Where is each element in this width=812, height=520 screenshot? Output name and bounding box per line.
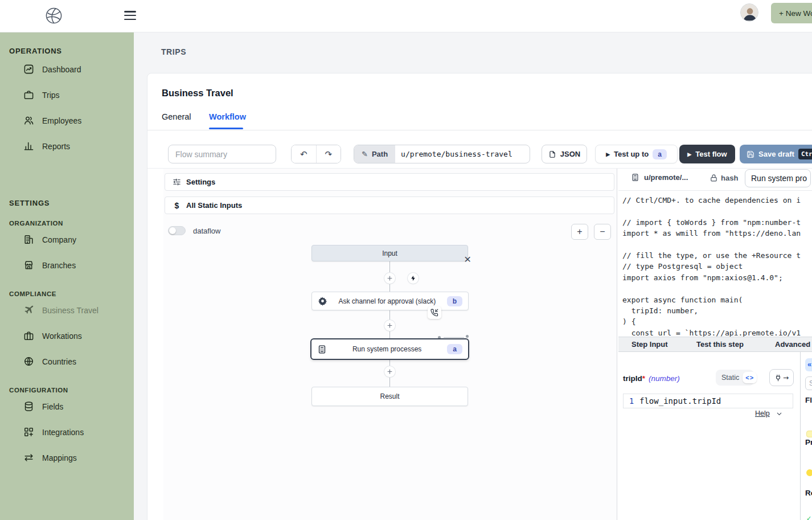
sidebar-section-compliance: COMPLIANCE — [9, 290, 125, 297]
sidebar-item-company[interactable]: Company — [0, 227, 134, 252]
add-step-button[interactable] — [384, 273, 395, 284]
code-line: const url = `https://api.premote.io/v1 — [622, 327, 812, 337]
redo-button[interactable]: ↷ — [317, 145, 341, 163]
sidebar-item-dashboard[interactable]: Dashboard — [0, 56, 134, 82]
hash-lock[interactable]: hash — [710, 174, 738, 182]
code-line: // Ctrl/CMD+. to cache dependencies on i — [622, 195, 812, 206]
code-line: import axios from "npm:axios@1.4.0"; — [622, 272, 812, 283]
path-edit-button[interactable]: ✎ Path — [354, 145, 395, 163]
flow-node-run-selected[interactable]: Run system processes a — [310, 338, 469, 360]
tab-advanced[interactable]: Advanced — [775, 340, 810, 349]
suitcase-icon — [23, 330, 34, 342]
sliders-icon — [173, 178, 181, 186]
trigger-bolt-button[interactable] — [408, 273, 419, 284]
picker-value-chip[interactable] — [806, 431, 812, 437]
sidebar-item-branches[interactable]: Branches — [0, 252, 134, 278]
play-icon: ▶ — [606, 152, 610, 157]
json-button[interactable]: JSON — [542, 145, 587, 163]
save-shortcut-kbd: Ctrl — [798, 149, 812, 159]
undo-button[interactable]: ↶ — [292, 145, 317, 163]
flow-node-input[interactable]: Input — [311, 245, 468, 261]
code-mode-option[interactable]: <> — [743, 372, 757, 383]
path-value[interactable]: u/premote/business-travel — [395, 145, 530, 163]
undo-redo-group: ↶ ↷ — [291, 145, 341, 163]
test-up-to-button[interactable]: ▶ Test up to a — [595, 145, 678, 163]
sidebar-item-trips[interactable]: Trips — [0, 82, 134, 108]
add-step-button[interactable] — [384, 320, 395, 331]
card-title: Business Travel — [162, 88, 233, 99]
sidebar-item-fields[interactable]: Fields — [0, 394, 134, 419]
sidebar-item-integrations[interactable]: Integrations — [0, 419, 134, 445]
check-icon: ✓ — [806, 515, 811, 520]
collapse-picker-button[interactable]: « — [805, 358, 812, 371]
flow-node-approval[interactable]: Ask channel for approval (slack) b — [311, 292, 469, 310]
add-step-button[interactable] — [384, 366, 395, 377]
tab-general[interactable]: General — [162, 112, 191, 121]
code-line: // import { toWords } from "npm:number-t — [622, 217, 812, 228]
connect-input-button[interactable]: → — [769, 369, 794, 386]
sidebar-item-countries[interactable]: Countries — [0, 349, 134, 374]
arrow-right-icon: → — [783, 374, 789, 382]
field-type: (number) — [649, 374, 680, 383]
code-line — [622, 239, 812, 250]
sidebar-item-business-travel[interactable]: Business Travel — [0, 297, 134, 323]
database-icon — [23, 401, 34, 412]
avatar[interactable] — [740, 3, 758, 22]
file-icon — [548, 150, 556, 158]
phone-incoming-icon[interactable] — [428, 306, 441, 319]
new-workflow-button[interactable]: + New Wor — [771, 3, 812, 23]
help-link[interactable]: Help — [755, 410, 770, 417]
tab-step-input[interactable]: Step Input — [631, 340, 668, 349]
path-group: ✎ Path u/premote/business-travel — [354, 145, 530, 163]
app-logo-icon — [44, 6, 63, 25]
help-row: Help — [755, 410, 783, 417]
flow-settings-row[interactable]: Settings — [165, 173, 614, 191]
menu-icon[interactable] — [124, 11, 136, 21]
code-editor[interactable]: // Ctrl/CMD+. to cache dependencies on i… — [618, 190, 812, 337]
sidebar-section-organization: ORGANIZATION — [9, 220, 125, 227]
zoom-in-button[interactable]: + — [571, 224, 588, 240]
sidebar-item-label: Company — [42, 235, 76, 244]
briefcase-icon — [23, 89, 34, 101]
sidebar-item-workations[interactable]: Workations — [0, 323, 134, 349]
sidebar: OPERATIONSDashboardTripsEmployeesReports… — [0, 32, 134, 520]
save-draft-button[interactable]: Save draft Ctrl — [740, 145, 812, 163]
expression-editor[interactable]: 1 flow_input.tripId — [623, 394, 793, 408]
sidebar-item-employees[interactable]: Employees — [0, 108, 134, 133]
code-line: // fill the type, or use the +Resource t — [622, 250, 812, 261]
static-mode-option[interactable]: Static — [717, 374, 743, 382]
flow-graph-pane: Settings $ All Static Inputs dataflow + … — [163, 169, 617, 520]
sidebar-item-label: Dashboard — [42, 65, 81, 74]
step-tabs: Step Input Test this step Advanced — [618, 337, 812, 352]
branch-line — [444, 337, 464, 338]
flow-static-inputs-row[interactable]: $ All Static Inputs — [165, 196, 614, 214]
dataflow-control: dataflow — [168, 226, 220, 235]
zoom-out-button[interactable]: − — [594, 224, 611, 240]
play-icon: ▶ — [687, 152, 691, 157]
picker-search-input[interactable]: S — [805, 376, 812, 390]
dataflow-toggle[interactable] — [168, 226, 186, 235]
code-line: // type Postgresql = object — [622, 261, 812, 272]
chevron-down-icon[interactable] — [776, 410, 783, 417]
test-flow-button[interactable]: ▶ Test flow — [679, 145, 735, 163]
tabs-divider — [147, 130, 812, 130]
dollar-icon: $ — [173, 201, 181, 210]
topbar: + New Wor — [0, 0, 812, 32]
sidebar-section-operations: OPERATIONS — [9, 47, 125, 55]
sidebar-item-mappings[interactable]: Mappings — [0, 445, 134, 470]
flow-node-result[interactable]: Result — [311, 387, 468, 406]
line-number: 1 — [624, 396, 639, 406]
flow-summary-input[interactable] — [168, 145, 276, 163]
sidebar-item-reports[interactable]: Reports — [0, 133, 134, 159]
step-path[interactable]: u/premote/... — [631, 173, 688, 182]
sidebar-item-label: Branches — [42, 261, 76, 270]
step-summary-input[interactable]: Run system pro — [745, 169, 811, 187]
tab-test-this-step[interactable]: Test this step — [696, 340, 744, 349]
pencil-icon: ✎ — [362, 150, 368, 158]
tab-workflow[interactable]: Workflow — [209, 112, 246, 121]
sidebar-item-label: Trips — [42, 91, 60, 100]
picker-value-dot[interactable] — [806, 469, 812, 476]
plane-icon — [23, 305, 34, 316]
sidebar-item-label: Business Travel — [42, 306, 99, 315]
close-icon[interactable]: × — [464, 253, 471, 265]
